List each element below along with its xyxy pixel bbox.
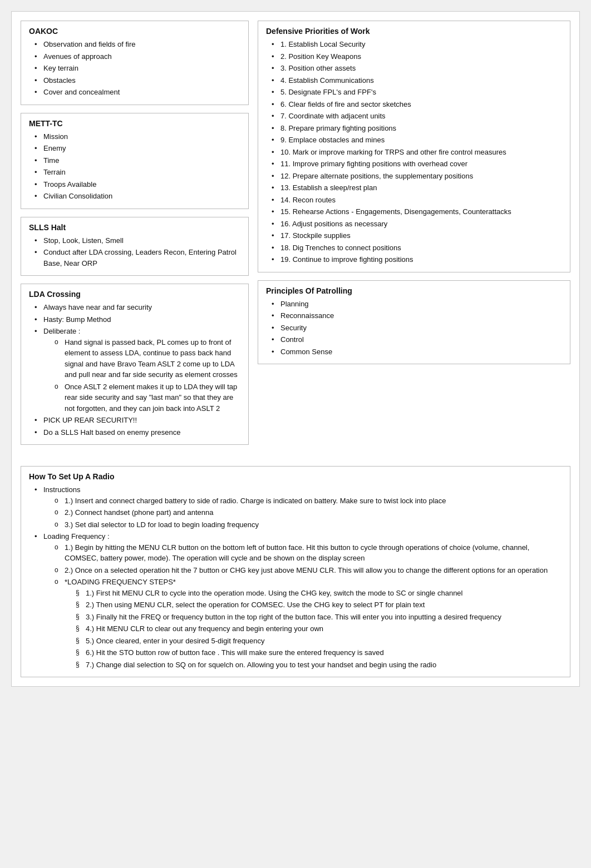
- list-item: Cover and concealment: [35, 87, 240, 98]
- list-item: 1. Establish Local Security: [272, 39, 562, 50]
- list-item: 6. Clear fields of fire and sector sketc…: [272, 99, 562, 110]
- oakoc-list: Observation and fields of fire Avenues o…: [29, 39, 240, 98]
- list-item: 17. Stockpile supplies: [272, 230, 562, 241]
- slls-section: SLLS Halt Stop, Look, Listen, Smell Cond…: [21, 217, 249, 276]
- list-item: Reconnaissance: [272, 310, 562, 321]
- slls-list: Stop, Look, Listen, Smell Conduct after …: [29, 235, 240, 269]
- oakoc-section: OAKOC Observation and fields of fire Ave…: [21, 21, 249, 105]
- list-item: 7. Coordinate with adjacent units: [272, 111, 562, 122]
- list-item: Civilian Consolidation: [35, 191, 240, 202]
- list-item: 5. Designate FPL's and FPF's: [272, 87, 562, 98]
- left-column: OAKOC Observation and fields of fire Ave…: [21, 21, 249, 453]
- list-item: 3. Position other assets: [272, 63, 562, 74]
- defensive-list: 1. Establish Local Security 2. Position …: [266, 39, 562, 265]
- list-item: 6.) Hit the STO button row of button fac…: [76, 647, 562, 658]
- list-item: 5.) Once cleared, enter in your desired …: [76, 636, 562, 647]
- list-item: Key terrain: [35, 63, 240, 74]
- radio-title: How To Set Up A Radio: [29, 472, 562, 481]
- radio-loading-list: 1.) Begin by hitting the MENU CLR button…: [43, 542, 562, 671]
- list-item: PICK UP REAR SECURITY!!: [35, 415, 240, 426]
- list-item: 4. Establish Communications: [272, 75, 562, 86]
- list-item: 2.) Connect handset (phone part) and ant…: [55, 507, 562, 518]
- list-item: Mission: [35, 131, 240, 142]
- right-column: Defensive Priorities of Work 1. Establis…: [258, 21, 570, 453]
- list-item: Avenues of approach: [35, 51, 240, 62]
- principles-title: Principles Of Patrolling: [266, 286, 562, 295]
- list-item: 2.) Then using MENU CLR, select the oper…: [76, 599, 562, 611]
- list-item: Loading Frequency : 1.) Begin by hitting…: [35, 531, 562, 670]
- list-item: Planning: [272, 299, 562, 310]
- radio-top-list: Instructions 1.) Insert and connect char…: [29, 484, 562, 670]
- list-item: 9. Emplace obstacles and mines: [272, 135, 562, 146]
- list-item: Time: [35, 155, 240, 166]
- list-item: 18. Dig Trenches to connect positions: [272, 242, 562, 254]
- list-item: 13. Establish a sleep/rest plan: [272, 182, 562, 194]
- mett-tc-section: METT-TC Mission Enemy Time Terrain Troop…: [21, 113, 249, 209]
- list-item: 1.) Insert and connect charged battery t…: [55, 495, 562, 507]
- list-item: Control: [272, 334, 562, 345]
- list-item: 11. Improve primary fighting positions w…: [272, 158, 562, 170]
- list-item: 19. Continue to improve fighting positio…: [272, 254, 562, 265]
- lda-deliberate-list: Hand signal is passed back, PL comes up …: [43, 337, 240, 414]
- list-item: *LOADING FREQUENCY STEPS* 1.) First hit …: [55, 577, 562, 670]
- radio-instructions-list: 1.) Insert and connect charged battery t…: [43, 495, 562, 530]
- list-item: 1.) First hit MENU CLR to cycle into the…: [76, 588, 562, 599]
- list-item: Conduct after LDA crossing, Leaders Reco…: [35, 247, 240, 269]
- list-item: Deliberate : Hand signal is passed back,…: [35, 326, 240, 414]
- list-item: 8. Prepare primary fighting positions: [272, 123, 562, 134]
- list-item: 15. Rehearse Actions - Engagements, Dise…: [272, 206, 562, 217]
- defensive-section: Defensive Priorities of Work 1. Establis…: [258, 21, 570, 272]
- list-item: Obstacles: [35, 75, 240, 86]
- slls-title: SLLS Halt: [29, 223, 240, 232]
- list-item: 4.) Hit MENU CLR to clear out any freque…: [76, 623, 562, 634]
- list-item: Hasty: Bump Method: [35, 314, 240, 325]
- list-item: Stop, Look, Listen, Smell: [35, 235, 240, 246]
- list-item: Troops Available: [35, 179, 240, 190]
- main-container: OAKOC Observation and fields of fire Ave…: [11, 11, 580, 687]
- list-item: 14. Recon routes: [272, 195, 562, 206]
- list-item: 2. Position Key Weapons: [272, 51, 562, 62]
- list-item: 3.) Set dial selector to LD for load to …: [55, 519, 562, 530]
- lda-title: LDA Crossing: [29, 290, 240, 299]
- list-item: Do a SLLS Halt based on enemy presence: [35, 427, 240, 438]
- principles-section: Principles Of Patrolling Planning Reconn…: [258, 280, 570, 365]
- list-item: Instructions 1.) Insert and connect char…: [35, 484, 562, 530]
- list-item: Enemy: [35, 143, 240, 154]
- list-item: Observation and fields of fire: [35, 39, 240, 50]
- list-item: Security: [272, 323, 562, 334]
- mett-tc-list: Mission Enemy Time Terrain Troops Availa…: [29, 131, 240, 202]
- list-item: Common Sense: [272, 346, 562, 358]
- list-item: 3.) Finally hit the FREQ or frequency bu…: [76, 612, 562, 623]
- list-item: 2.) Once on a selected operation hit the…: [55, 565, 562, 576]
- list-item: 1.) Begin by hitting the MENU CLR button…: [55, 542, 562, 564]
- oakoc-title: OAKOC: [29, 27, 240, 36]
- list-item: 10. Mark or improve marking for TRPS and…: [272, 147, 562, 158]
- principles-list: Planning Reconnaissance Security Control…: [266, 299, 562, 358]
- list-item: 12. Prepare alternate positions, the sup…: [272, 171, 562, 182]
- radio-sub-steps-list: 1.) First hit MENU CLR to cycle into the…: [65, 588, 562, 671]
- lda-list: Always have near and far security Hasty:…: [29, 302, 240, 438]
- list-item: Always have near and far security: [35, 302, 240, 313]
- radio-section: How To Set Up A Radio Instructions 1.) I…: [21, 466, 570, 677]
- list-item: Terrain: [35, 167, 240, 178]
- defensive-title: Defensive Priorities of Work: [266, 27, 562, 36]
- mett-tc-title: METT-TC: [29, 119, 240, 128]
- list-item: Hand signal is passed back, PL comes up …: [55, 337, 240, 380]
- top-section: OAKOC Observation and fields of fire Ave…: [21, 21, 570, 453]
- list-item: 7.) Change dial selection to SQ on for s…: [76, 659, 562, 671]
- list-item: Once ASLT 2 element makes it up to LDA t…: [55, 381, 240, 414]
- list-item: 16. Adjust positions as necessary: [272, 219, 562, 230]
- lda-section: LDA Crossing Always have near and far se…: [21, 284, 249, 445]
